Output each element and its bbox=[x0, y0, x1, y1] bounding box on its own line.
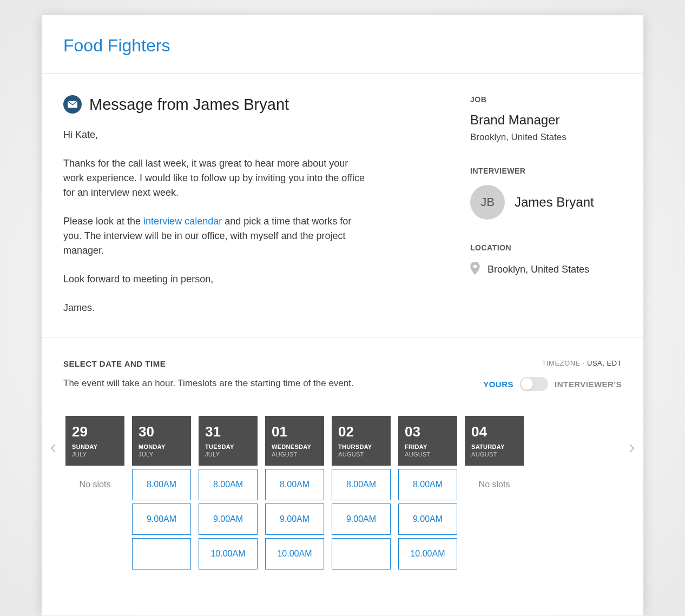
next-week-arrow[interactable] bbox=[625, 416, 638, 470]
day-month: AUGUST bbox=[338, 451, 384, 458]
day-header: 03FRIDAYAUGUST bbox=[398, 416, 457, 466]
day-name: SATURDAY bbox=[471, 443, 517, 450]
calendar-columns: 29SUNDAYJULYNo slots30MONDAYJULY8.00AM9.… bbox=[65, 416, 620, 569]
location-label: LOCATION bbox=[470, 243, 622, 252]
message-p3: Look forward to meeting in person, bbox=[63, 272, 366, 287]
message-p2a: Please look at the bbox=[63, 216, 143, 227]
message-greeting: Hi Kate, bbox=[63, 128, 366, 142]
day-header: 04SATURDAYAUGUST bbox=[465, 416, 524, 466]
location-text: Brooklyn, United States bbox=[488, 264, 589, 275]
calendar-day-column: 03FRIDAYAUGUST8.00AM9.00AM10.00AM bbox=[398, 416, 457, 569]
avatar: JB bbox=[470, 185, 505, 220]
day-header: 31TUESDAYJULY bbox=[199, 416, 258, 466]
interviewer-name: James Bryant bbox=[515, 195, 594, 210]
day-number: 03 bbox=[405, 423, 451, 440]
brand-title: Food Fighters bbox=[63, 36, 622, 56]
timezone-label: TIMEZONE · bbox=[542, 359, 588, 367]
day-header: 30MONDAYJULY bbox=[132, 416, 191, 466]
day-name: FRIDAY bbox=[405, 443, 451, 450]
time-slot[interactable]: 8.00AM bbox=[132, 469, 191, 500]
time-slot[interactable]: 8.00AM bbox=[332, 469, 391, 500]
time-slot[interactable]: 10.00AM bbox=[265, 538, 324, 569]
interviewer-label: INTERVIEWER bbox=[470, 167, 622, 175]
day-month: JULY bbox=[72, 451, 118, 458]
toggle-yours-label: YOURS bbox=[483, 380, 513, 389]
interview-calendar-link[interactable]: interview calendar bbox=[143, 216, 222, 227]
header: Food Fighters bbox=[42, 15, 643, 74]
day-name: THURSDAY bbox=[338, 443, 384, 450]
toggle-interviewers-label: INTERVIEWER'S bbox=[555, 380, 622, 389]
body-section: Message from James Bryant Hi Kate, Thank… bbox=[42, 74, 643, 337]
day-month: AUGUST bbox=[272, 451, 318, 458]
location-row: Brooklyn, United States bbox=[470, 262, 622, 277]
calendar-day-column: 30MONDAYJULY8.00AM9.00AM. bbox=[132, 416, 191, 569]
calendar-grid-wrap: 29SUNDAYJULYNo slots30MONDAYJULY8.00AM9.… bbox=[63, 416, 622, 569]
job-title: Brand Manager bbox=[470, 112, 622, 128]
mail-icon bbox=[63, 95, 82, 114]
time-slot[interactable]: 9.00AM bbox=[132, 504, 191, 535]
day-number: 30 bbox=[139, 423, 185, 440]
timezone-row: TIMEZONE · USA, EDT bbox=[483, 359, 622, 367]
time-slot[interactable]: 9.00AM bbox=[199, 504, 258, 535]
calendar-day-column: 29SUNDAYJULYNo slots bbox=[65, 416, 124, 569]
time-slot[interactable]: 10.00AM bbox=[199, 538, 258, 569]
calendar-description: The event will take an hour. Timeslots a… bbox=[63, 378, 354, 389]
calendar-day-column: 31TUESDAYJULY8.00AM9.00AM10.00AM bbox=[199, 416, 258, 569]
no-slots-label: No slots bbox=[65, 469, 124, 500]
day-name: SUNDAY bbox=[72, 443, 118, 450]
day-header: 01WEDNESDAYAUGUST bbox=[265, 416, 324, 466]
day-month: AUGUST bbox=[405, 451, 451, 458]
main-card: Food Fighters Message from James Bryant … bbox=[42, 15, 643, 615]
day-month: AUGUST bbox=[471, 451, 517, 458]
day-month: JULY bbox=[205, 451, 251, 458]
sidebar: JOB Brand Manager Brooklyn, United State… bbox=[459, 74, 643, 337]
calendar-head-right: TIMEZONE · USA, EDT YOURS INTERVIEWER'S bbox=[483, 359, 622, 391]
time-slot[interactable]: 10.00AM bbox=[398, 538, 457, 569]
calendar-day-column: 02THURSDAYAUGUST8.00AM9.00AM. bbox=[332, 416, 391, 569]
message-p1: Thanks for the call last week, it was gr… bbox=[63, 156, 366, 200]
job-location: Brooklyn, United States bbox=[470, 132, 622, 143]
timezone-value: USA, EDT bbox=[587, 359, 622, 367]
time-slot[interactable]: . bbox=[132, 538, 191, 569]
time-slot[interactable]: 8.00AM bbox=[265, 469, 324, 500]
job-label: JOB bbox=[470, 95, 622, 104]
day-header: 29SUNDAYJULY bbox=[65, 416, 124, 466]
prev-week-arrow[interactable] bbox=[47, 416, 60, 470]
day-month: JULY bbox=[139, 451, 185, 458]
time-slot[interactable]: 8.00AM bbox=[398, 469, 457, 500]
day-number: 31 bbox=[205, 423, 251, 440]
day-name: TUESDAY bbox=[205, 443, 251, 450]
time-slot[interactable]: 9.00AM bbox=[332, 504, 391, 535]
time-slot[interactable]: . bbox=[332, 538, 391, 569]
day-number: 04 bbox=[471, 423, 517, 440]
time-slot[interactable]: 9.00AM bbox=[398, 504, 457, 535]
timezone-toggle-row: YOURS INTERVIEWER'S bbox=[483, 377, 622, 391]
calendar-head: SELECT DATE AND TIME The event will take… bbox=[63, 359, 622, 409]
time-slot[interactable]: 9.00AM bbox=[265, 504, 324, 535]
interviewer-row: JB James Bryant bbox=[470, 185, 622, 220]
message-title-row: Message from James Bryant bbox=[63, 95, 438, 114]
message-body: Hi Kate, Thanks for the call last week, … bbox=[63, 128, 366, 315]
time-slot[interactable]: 8.00AM bbox=[199, 469, 258, 500]
day-number: 29 bbox=[72, 423, 118, 440]
day-header: 02THURSDAYAUGUST bbox=[332, 416, 391, 466]
location-pin-icon bbox=[470, 262, 480, 277]
calendar-day-column: 04SATURDAYAUGUSTNo slots bbox=[465, 416, 524, 569]
select-date-label: SELECT DATE AND TIME bbox=[63, 359, 354, 368]
calendar-day-column: 01WEDNESDAYAUGUST8.00AM9.00AM10.00AM bbox=[265, 416, 324, 569]
day-number: 02 bbox=[338, 423, 384, 440]
calendar-section: SELECT DATE AND TIME The event will take… bbox=[42, 337, 643, 569]
toggle-knob bbox=[521, 378, 533, 390]
day-name: WEDNESDAY bbox=[272, 443, 318, 450]
message-sign: James. bbox=[63, 301, 366, 315]
timezone-toggle[interactable] bbox=[520, 377, 548, 391]
day-name: MONDAY bbox=[139, 443, 185, 450]
no-slots-label: No slots bbox=[465, 469, 524, 500]
message-column: Message from James Bryant Hi Kate, Thank… bbox=[42, 74, 459, 337]
message-title: Message from James Bryant bbox=[89, 96, 289, 114]
message-p2: Please look at the interview calendar an… bbox=[63, 214, 366, 258]
day-number: 01 bbox=[272, 423, 318, 440]
